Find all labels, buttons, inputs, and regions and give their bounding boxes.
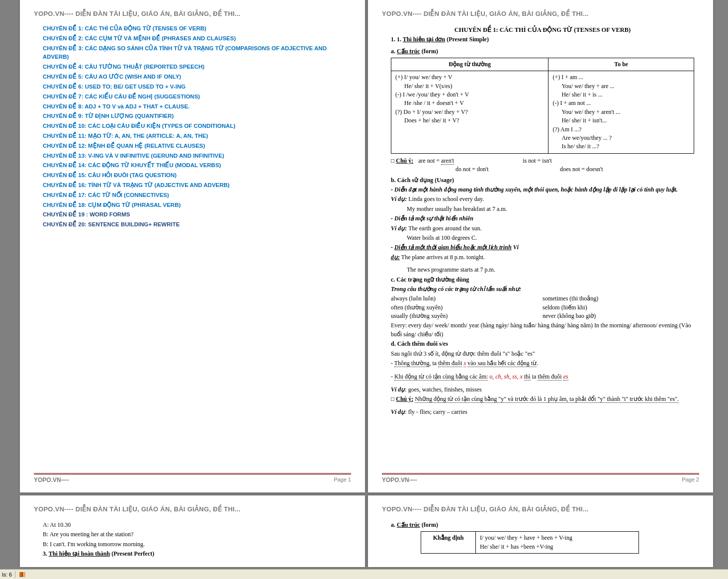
toc-item[interactable]: CHUYÊN ĐỀ 16: TÍNH TỪ VÀ TRẠNG TỪ (ADJEC…: [43, 181, 346, 190]
page4-content: a. Cấu trúc (form) Khẳng định I/ you/ we…: [382, 517, 699, 558]
chapter-title: CHUYÊN ĐỀ 1: CÁC THÌ CỦA ĐỘNG TỪ (TENSES…: [391, 25, 694, 34]
footer-brand: YOPO.VN----: [34, 477, 69, 483]
table-header: To be: [548, 58, 694, 71]
pages-container: YOPO.VN---- DIỄN ĐÀN TÀI LIỆU, GIÁO ÁN, …: [0, 0, 728, 567]
page-4: YOPO.VN---- DIỄN ĐÀN TÀI LIỆU, GIÁO ÁN, …: [368, 495, 713, 567]
section-heading: 1. 1. Thì hiện tại đơn (Present Simple): [391, 36, 397, 43]
table-cell: (+) I + am ... You/ we/ they + are ... H…: [548, 71, 694, 154]
toc-content: CHUYÊN ĐỀ 1: CÁC THÌ CỦA ĐỘNG TỪ (TENSES…: [34, 21, 351, 473]
page2-content: CHUYÊN ĐỀ 1: CÁC THÌ CỦA ĐỘNG TỪ (TENSES…: [382, 21, 699, 473]
toc-item[interactable]: CHUYÊN ĐỀ 7: CÁC KIỂU CÂU ĐỀ NGHỊ (SUGGE…: [43, 93, 346, 101]
toc-item[interactable]: CHUYÊN ĐỀ 5: CÂU AO ƯỚC (WISH AND IF ONL…: [43, 73, 346, 82]
document-viewport: YOPO.VN---- DIỄN ĐÀN TÀI LIỆU, GIÁO ÁN, …: [0, 0, 728, 579]
toc-item[interactable]: CHUYÊN ĐỀ 2: CÁC CỤM TỪ VÀ MỆNH ĐỀ (PHRA…: [43, 34, 346, 43]
toc-item[interactable]: CHUYÊN ĐỀ 20: SENTENCE BUILDING+ REWRITE: [43, 220, 346, 229]
page-number: Page 2: [682, 477, 699, 483]
toc-item[interactable]: CHUYÊN ĐỀ 8: ADJ + TO V và ADJ + THAT + …: [43, 102, 346, 111]
toc-item[interactable]: CHUYÊN ĐỀ 15: CÂU HỎI ĐUÔI (TAG QUESTION…: [43, 171, 346, 180]
table-cell: (+) I/ you/ we/ they + V He/ she/ it + V…: [391, 71, 548, 154]
note-row: do not = don't does not = doesn't: [391, 165, 694, 174]
table-header: Động từ thường: [391, 58, 548, 71]
section-heading: b. Cách sử dụng (Usage): [391, 176, 694, 185]
section-heading: d. Cách thêm đuôi s/es: [391, 340, 694, 348]
toc-item[interactable]: CHUYÊN ĐỀ 12: MỆNH ĐỀ QUAN HỆ (RELATIVE …: [43, 142, 346, 151]
toc-item[interactable]: CHUYÊN ĐỀ 6: USED TO; BE/ GET USED TO + …: [43, 83, 346, 92]
note-row: □ Chú ý: are not = aren't is not = isn't: [391, 157, 694, 165]
page3-content: A: At 10.30 B: Are you meeting her at th…: [34, 517, 351, 558]
table-cell: I/ you/ we/ they + have + been + V-ing H…: [476, 532, 639, 554]
page-header: YOPO.VN---- DIỄN ĐÀN TÀI LIỆU, GIÁO ÁN, …: [382, 505, 699, 513]
page-2: YOPO.VN---- DIỄN ĐÀN TÀI LIỆU, GIÁO ÁN, …: [368, 0, 713, 492]
book-icon[interactable]: [18, 571, 26, 579]
usage-line: - Diễn đạt một hành động mang tính thườn…: [391, 186, 694, 194]
page-footer: YOPO.VN---- Page 1: [34, 473, 351, 483]
page-footer: YOPO.VN---- Page 2: [382, 473, 699, 483]
section-heading: c. Các trạng ngữ thường dùng: [391, 276, 694, 284]
toc-item[interactable]: CHUYÊN ĐỀ 18: CỤM ĐỘNG TỪ (PHRASAL VERB): [43, 201, 346, 210]
grammar-table-2: Khẳng định I/ you/ we/ they + have + bee…: [421, 531, 639, 554]
page-header: YOPO.VN---- DIỄN ĐÀN TÀI LIỆU, GIÁO ÁN, …: [34, 10, 351, 17]
toc-item[interactable]: CHUYÊN ĐỀ 4: CÂU TƯỜNG THUẬT (REPORTED S…: [43, 63, 346, 72]
page-header: YOPO.VN---- DIỄN ĐÀN TÀI LIỆU, GIÁO ÁN, …: [382, 10, 699, 17]
toc-item[interactable]: CHUYÊN ĐỀ 17: CÁC TỪ NỐI (CONNECTIVES): [43, 191, 346, 200]
toc-item[interactable]: CHUYÊN ĐỀ 1: CÁC THÌ CỦA ĐỘNG TỪ (TENSES…: [43, 24, 346, 33]
toc-item[interactable]: CHUYÊN ĐỀ 3: CÁC DẠNG SO SÁNH CỦA TÍNH T…: [43, 44, 346, 62]
page-number: Page 1: [334, 477, 351, 483]
grammar-table: Động từ thườngTo be (+) I/ you/ we/ they…: [391, 58, 694, 154]
page-1: YOPO.VN---- DIỄN ĐÀN TÀI LIỆU, GIÁO ÁN, …: [20, 0, 365, 492]
toc-item[interactable]: CHUYÊN ĐỀ 10: CÁC LOẠI CÂU ĐIỀU KIỆN (TY…: [43, 122, 346, 131]
status-count: ls: 6: [2, 572, 12, 578]
footer-brand: YOPO.VN----: [382, 477, 417, 483]
status-bar: ls: 6: [0, 569, 728, 579]
page-3: YOPO.VN---- DIỄN ĐÀN TÀI LIỆU, GIÁO ÁN, …: [20, 495, 365, 567]
toc-item[interactable]: CHUYÊN ĐỀ 14: CÁC ĐỘNG TỪ KHUYẾT THIẾU (…: [43, 161, 346, 170]
toc-item[interactable]: CHUYÊN ĐỀ 11: MẠO TỪ: A, AN, THE (ARTICL…: [43, 132, 346, 141]
toc-item[interactable]: CHUYÊN ĐỀ 19 : WORD FORMS: [43, 210, 346, 219]
table-cell: Khẳng định: [421, 532, 476, 554]
separator: [15, 571, 15, 578]
page-header: YOPO.VN---- DIỄN ĐÀN TÀI LIỆU, GIÁO ÁN, …: [34, 505, 351, 513]
toc-item[interactable]: CHUYÊN ĐỀ 13: V-ING VÀ V INFINITIVE (GER…: [43, 152, 346, 161]
toc-item[interactable]: CHUYÊN ĐỀ 9: TỪ ĐỊNH LƯỢNG (QUANTIFIER): [43, 112, 346, 121]
